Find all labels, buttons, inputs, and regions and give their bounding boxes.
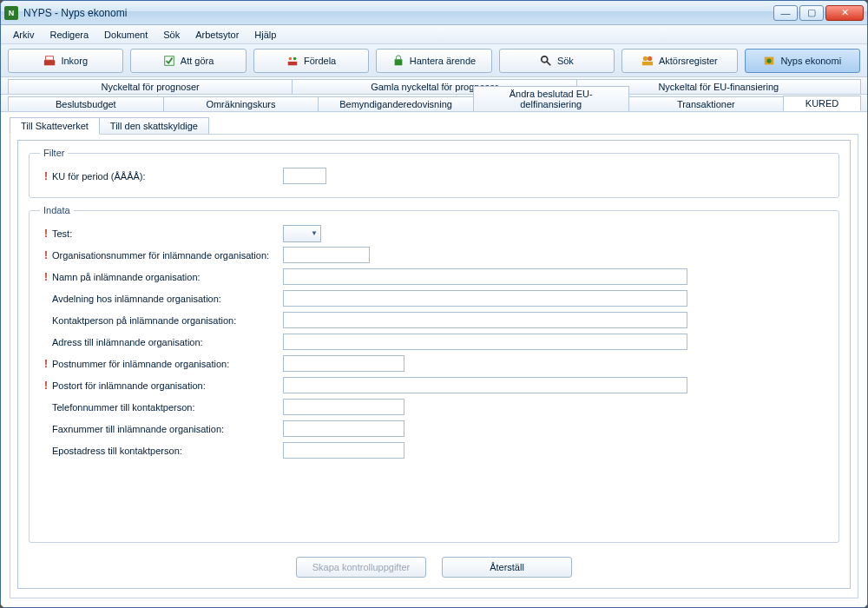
required-marker: ! <box>40 170 52 182</box>
actors-icon <box>641 55 654 67</box>
skapa-button[interactable]: Skapa kontrolluppgifter <box>296 557 426 578</box>
toolbar-hantera[interactable]: Hantera ärende <box>376 49 491 73</box>
telefon-input[interactable] <box>283 399 404 415</box>
toolbar-ekonomi[interactable]: Nyps ekonomi <box>745 49 860 73</box>
period-label: KU för period (ÅÅÅÅ): <box>52 171 283 182</box>
manage-icon <box>392 55 404 67</box>
tab-omrakningskurs[interactable]: Omräkningskurs <box>163 96 319 111</box>
svg-rect-6 <box>394 59 402 65</box>
tab-andra-eu[interactable]: Ändra beslutad EU-delfinansiering <box>473 86 629 111</box>
telefon-label: Telefonnummer till kontaktperson: <box>52 402 283 413</box>
form-panel: Filter ! KU för period (ÅÅÅÅ): Indata ! … <box>17 140 851 589</box>
indata-fieldset: Indata ! Test: ▼ ! Organisationsnummer f… <box>29 205 839 543</box>
inbox-icon <box>43 55 56 67</box>
fax-input[interactable] <box>283 420 404 437</box>
menu-hjalp[interactable]: Hjälp <box>247 28 283 42</box>
inner-panel: Filter ! KU för period (ÅÅÅÅ): Indata ! … <box>10 134 858 598</box>
namn-input[interactable] <box>283 268 687 285</box>
tab-kured[interactable]: KURED <box>783 96 861 111</box>
tab-bemyndigande[interactable]: Bemyndiganderedovisning <box>318 96 474 111</box>
maximize-button[interactable]: ▢ <box>799 5 824 21</box>
window-controls: — ▢ ✕ <box>773 5 864 21</box>
filter-legend: Filter <box>40 148 68 158</box>
kontakt-label: Kontaktperson på inlämnande organisation… <box>52 315 283 326</box>
filter-fieldset: Filter ! KU för period (ÅÅÅÅ): <box>29 148 839 198</box>
toolbar-attgora[interactable]: Att göra <box>130 49 246 73</box>
fax-label: Faxnummer till inlämnande organisation: <box>52 424 283 434</box>
epost-input[interactable] <box>283 442 404 459</box>
required-blank: ! <box>40 314 52 327</box>
tab-beslutsbudget[interactable]: Beslutsbudget <box>8 96 164 111</box>
tab-row-1: Nyckeltal för prognoser Gamla nyckeltal … <box>1 77 867 95</box>
menu-dokument[interactable]: Dokument <box>97 28 155 42</box>
orgnr-label: Organisationsnummer för inlämnande organ… <box>52 250 283 261</box>
test-combo[interactable]: ▼ <box>283 225 321 242</box>
tab-transaktioner[interactable]: Transaktioner <box>628 96 785 111</box>
kontakt-input[interactable] <box>283 312 687 328</box>
menu-sok[interactable]: Sök <box>156 28 187 42</box>
economy-icon <box>763 55 775 67</box>
menu-arbetsytor[interactable]: Arbetsytor <box>188 28 246 42</box>
postort-label: Postort för inlämnande organisation: <box>52 380 283 391</box>
orgnr-input[interactable] <box>283 247 370 263</box>
svg-point-9 <box>643 56 648 60</box>
search-icon <box>540 55 552 67</box>
svg-rect-1 <box>46 56 54 59</box>
required-blank: ! <box>40 293 52 305</box>
toolbar-aktors[interactable]: Aktörsregister <box>621 49 737 73</box>
toolbar-fordela[interactable]: Fördela <box>253 49 369 73</box>
svg-rect-3 <box>288 61 298 64</box>
required-blank: ! <box>40 445 52 457</box>
postnr-label: Postnummer för inlämnande organisation: <box>52 359 283 369</box>
avdelning-input[interactable] <box>283 290 687 307</box>
required-blank: ! <box>40 336 52 348</box>
epost-label: Epostadress till kontaktperson: <box>52 446 283 456</box>
menu-redigera[interactable]: Redigera <box>43 28 95 42</box>
postort-input[interactable] <box>283 377 687 393</box>
subtab-row: Till Skatteverket Till den skattskyldige <box>10 117 858 135</box>
svg-point-7 <box>542 56 548 62</box>
aterstall-button[interactable]: Återställ <box>442 557 572 578</box>
distribute-icon <box>286 55 299 67</box>
svg-line-8 <box>547 61 550 64</box>
toolbar-sok[interactable]: Sök <box>499 49 615 73</box>
titlebar: N NYPS - Nyps ekonomi — ▢ ✕ <box>1 1 867 25</box>
minimize-button[interactable]: — <box>773 5 798 21</box>
required-blank: ! <box>40 401 52 413</box>
footer-buttons: Skapa kontrolluppgifter Återställ <box>29 550 839 579</box>
tab-nyckeltal-prognoser[interactable]: Nyckeltal för prognoser <box>8 79 293 94</box>
required-marker: ! <box>40 271 52 283</box>
indata-legend: Indata <box>40 205 74 215</box>
adress-input[interactable] <box>283 334 687 350</box>
app-icon: N <box>4 6 18 20</box>
avdelning-label: Avdelning hos inlämnande organisation: <box>52 294 283 304</box>
toolbar-inkorg[interactable]: Inkorg <box>8 49 123 73</box>
required-marker: ! <box>40 380 52 392</box>
toolbar: Inkorg Att göra Fördela Hantera ärende S… <box>1 44 867 77</box>
todo-icon <box>163 55 175 67</box>
menu-arkiv[interactable]: Arkiv <box>6 28 41 42</box>
tab-row-2: Beslutsbudget Omräkningskurs Bemyndigand… <box>1 95 867 112</box>
svg-point-10 <box>648 56 652 60</box>
app-window: N NYPS - Nyps ekonomi — ▢ ✕ Arkiv Redige… <box>0 0 868 608</box>
chevron-down-icon: ▼ <box>311 229 318 237</box>
svg-point-4 <box>289 56 293 60</box>
test-label: Test: <box>52 228 283 239</box>
required-marker: ! <box>40 249 52 261</box>
svg-rect-0 <box>44 60 55 65</box>
required-marker: ! <box>40 228 52 240</box>
svg-point-5 <box>293 56 297 60</box>
required-marker: ! <box>40 358 52 370</box>
adress-label: Adress till inlämnande organisation: <box>52 337 283 347</box>
period-input[interactable] <box>283 168 326 184</box>
subtab-skatteverket[interactable]: Till Skatteverket <box>10 117 100 135</box>
namn-label: Namn på inlämnande organisation: <box>52 272 283 282</box>
menubar: Arkiv Redigera Dokument Sök Arbetsytor H… <box>1 25 867 44</box>
postnr-input[interactable] <box>283 355 404 372</box>
close-button[interactable]: ✕ <box>825 5 864 21</box>
window-title: NYPS - Nyps ekonomi <box>23 7 773 19</box>
svg-rect-11 <box>642 61 653 64</box>
subtab-skattskyldige[interactable]: Till den skattskyldige <box>99 117 209 135</box>
svg-point-13 <box>767 58 772 63</box>
required-blank: ! <box>40 423 52 435</box>
